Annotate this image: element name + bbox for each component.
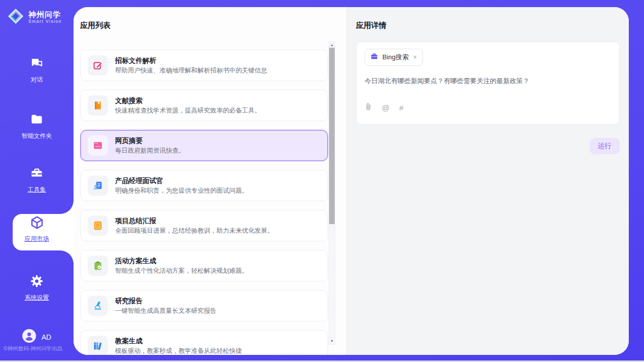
app-title: 项目总结汇报: [115, 216, 274, 225]
app-desc: 智能生成个性化活动方案，轻松解决规划难题。: [115, 267, 248, 275]
scroll-up-icon[interactable]: ▲: [329, 43, 335, 48]
sidebar-item-label: 对话: [31, 76, 43, 84]
sidebar-item-app-market[interactable]: 应用市场: [0, 215, 74, 243]
app-card-lesson-plan[interactable]: 教案生成 模板驱动，教案秒成，教学准备从此轻松快捷: [80, 330, 328, 355]
app-list-title: 应用列表: [80, 20, 346, 30]
scroll-down-icon[interactable]: ▼: [329, 339, 335, 344]
app-desc: 一键智能生成高质量长文本研究报告: [115, 307, 217, 315]
memo-icon: [88, 215, 108, 236]
app-title: 研究报告: [115, 297, 217, 305]
mention-icon[interactable]: @: [382, 104, 389, 112]
close-icon[interactable]: ×: [413, 54, 417, 61]
app-title: 产品经理面试官: [115, 176, 248, 185]
app-title: 网页摘要: [115, 136, 185, 145]
brand-subtitle: Smart Vision: [28, 19, 62, 24]
app-card-event-plan[interactable]: 活动方案生成 智能生成个性化活动方案，轻松解决规划难题。: [80, 250, 328, 281]
sidebar-item-label: 应用市场: [25, 235, 49, 243]
app-desc: 快速精准查找学术资源，提高研究效率的必备工具。: [115, 106, 261, 115]
app-title: 招标文件解析: [115, 56, 267, 65]
run-button[interactable]: 运行: [590, 138, 620, 154]
sidebar-item-settings[interactable]: 系统设置: [0, 274, 74, 302]
cube-icon: [29, 215, 45, 232]
app-desc: 每日政府新闻资讯快查。: [115, 147, 185, 155]
microscope-icon: [88, 296, 108, 316]
briefcase-icon: [370, 52, 378, 62]
tool-chip-bing-search[interactable]: Bing搜索 ×: [365, 49, 423, 66]
app-list-panel: 应用列表 招标文件解析 帮助用户快速、准确地理解和解析招标书中的关键信息: [74, 7, 346, 355]
sidebar-item-toolset[interactable]: 工具集: [0, 166, 74, 194]
user-initials: AD: [42, 333, 51, 341]
brand-diamond-icon: [7, 8, 24, 27]
books-icon: [88, 336, 108, 355]
browser-code-icon: </>: [88, 135, 108, 156]
folder-icon: [30, 113, 44, 128]
book-icon: [88, 95, 108, 116]
sidebar: 神州问学 Smart Vision 对话 智能文件夹: [0, 0, 74, 362]
app-card-bid-parse[interactable]: 招标文件解析 帮助用户快速、准确地理解和解析招标书中的关键信息: [80, 50, 328, 81]
scrollbar-thumb[interactable]: [329, 48, 335, 224]
prompt-card[interactable]: Bing搜索 × 今日湖北有哪些新闻要点？有哪些需要关注的最新政策？ @ #: [356, 42, 620, 125]
gear-icon: [30, 274, 44, 290]
sidebar-item-label: 智能文件夹: [22, 132, 52, 140]
app-desc: 帮助用户快速、准确地理解和解析招标书中的关键信息: [115, 66, 267, 75]
brand-logo: 神州问学 Smart Vision: [0, 0, 74, 27]
app-title: 教案生成: [115, 337, 242, 345]
app-detail-title: 应用详情: [356, 20, 620, 30]
sidebar-item-chat[interactable]: 对话: [0, 57, 74, 84]
sidebar-item-label: 工具集: [28, 186, 46, 194]
query-text[interactable]: 今日湖北有哪些新闻要点？有哪些需要关注的最新政策？: [365, 77, 611, 86]
hash-icon[interactable]: #: [399, 104, 403, 112]
chat-icon: [30, 57, 44, 72]
app-detail-panel: 应用详情 Bing搜索 × 今日湖北有哪些新闻要点？有哪些需要关注的最新政策？: [346, 7, 629, 355]
svg-text:</>: </>: [95, 145, 101, 148]
app-list: 招标文件解析 帮助用户快速、准确地理解和解析招标书中的关键信息 文献搜索 快速精…: [80, 50, 328, 355]
user-account[interactable]: AD: [0, 329, 74, 345]
scrollbar[interactable]: ▲ ▼: [329, 42, 335, 345]
app-card-literature-search[interactable]: 文献搜索 快速精准查找学术资源，提高研究效率的必备工具。: [80, 90, 328, 121]
run-row: 运行: [356, 138, 620, 154]
interviewer-icon: [88, 175, 108, 196]
clipboard-check-icon: [88, 256, 108, 276]
app-card-research-report[interactable]: 研究报告 一键智能生成高质量长文本研究报告: [80, 290, 328, 321]
app-title: 活动方案生成: [115, 257, 248, 265]
app-card-web-summary[interactable]: </> 网页摘要 每日政府新闻资讯快查。: [80, 130, 328, 161]
avatar: [22, 329, 36, 345]
sidebar-item-label: 系统设置: [25, 294, 49, 302]
brand-name: 神州问学: [28, 10, 62, 19]
toolbox-icon: [30, 166, 44, 182]
app-desc: 模板驱动，教案秒成，教学准备从此轻松快捷: [115, 347, 242, 355]
app-title: 文献搜索: [115, 96, 261, 105]
edit-square-icon: [88, 55, 108, 76]
copyright-footer: ©神州数码·神州问学出品: [4, 345, 74, 352]
sidebar-item-smart-folder[interactable]: 智能文件夹: [0, 113, 74, 140]
paperclip-icon[interactable]: [365, 102, 372, 113]
attachment-toolbar: @ #: [365, 102, 611, 113]
app-desc: 明确身份和职责，为您提供专业性的面试问题。: [115, 187, 248, 195]
app-card-project-summary[interactable]: 项目总结汇报 全面回顾项目进展，总结经验教训，助力未来优化发展。: [80, 210, 328, 241]
tool-chip-label: Bing搜索: [382, 53, 409, 62]
app-desc: 全面回顾项目进展，总结经验教训，助力未来优化发展。: [115, 227, 274, 235]
content-panel: 应用列表 招标文件解析 帮助用户快速、准确地理解和解析招标书中的关键信息: [74, 7, 629, 355]
app-card-pm-interviewer[interactable]: 产品经理面试官 明确身份和职责，为您提供专业性的面试问题。: [80, 170, 328, 201]
